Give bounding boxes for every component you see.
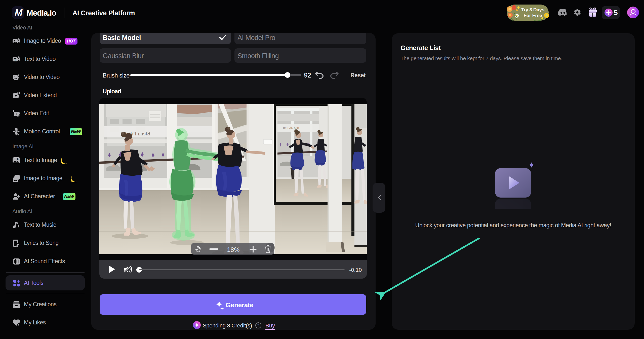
svg-text:T: T (14, 58, 16, 61)
svg-text:A: A (17, 158, 19, 161)
